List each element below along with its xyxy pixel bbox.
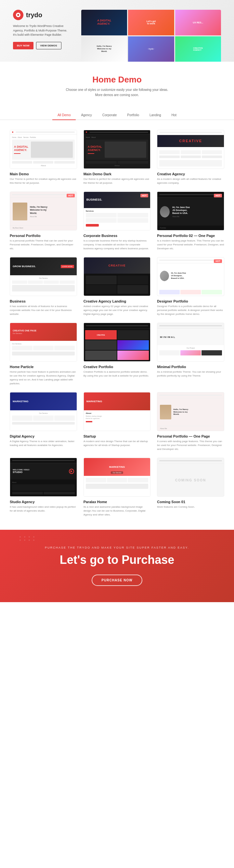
demo-desc-designer: Designer Portfolio is a portfolio websit… xyxy=(157,305,224,316)
demo-thumb-personal2: HOT Hi, I'm Jane DoeJS Developer,Based i… xyxy=(157,191,224,230)
demo-thumb-dark: Home About A DIGITALAGENCY. A xyxy=(84,130,151,169)
demo-card-particle[interactable]: CREATIVE ONE PAGE Our Services Our Servi… xyxy=(10,323,77,385)
demo-card-corporate[interactable]: HOT BUSINESS. Services Corporate Bus xyxy=(84,191,151,251)
demo-card-minimal[interactable]: MINIMAL Our Project Minimal Portfolio As… xyxy=(157,323,224,385)
demo-card-personal2[interactable]: HOT Hi, I'm Jane DoeJS Developer,Based i… xyxy=(157,191,224,251)
demo-desc-main: Our Theme is perfect for creative agency… xyxy=(10,177,77,185)
badge-hot-designer: HOT xyxy=(214,259,222,263)
hero-description: Welcome to Trydo WordPress Creative Agen… xyxy=(13,24,71,37)
footer-cta-title: Let's go to Purchase xyxy=(13,553,221,567)
demo-card-paralax[interactable]: MARKETING Our Service Paralax Home Its a… xyxy=(84,458,151,517)
badge-hot-personal2: HOT xyxy=(214,194,222,197)
demo-thumb-personal3: Hello, I'm NancyWelcome to myWorld. Abou… xyxy=(157,392,224,431)
demo-desc-digital: A Digital Agency Theme is a nice slider … xyxy=(10,439,77,447)
demo-title-creative2: Creative Agency Landing xyxy=(84,299,151,303)
demo-thumb-creative: CREATIVE xyxy=(157,130,224,169)
buy-now-button[interactable]: BUY NOW xyxy=(13,42,33,49)
demo-title-creative: Creative Agency xyxy=(157,172,224,176)
demo-card-digital[interactable]: MARKETING Our Service Digital Agency A D… xyxy=(10,392,77,451)
demo-thumb-startup: MARKETING About Modern startup designthe… xyxy=(84,392,151,431)
demo-title-digital: Digital Agency xyxy=(10,434,77,438)
footer-small-text: PURCHASE THE TRYDO AND MAKE YOUR SITE SU… xyxy=(13,546,221,549)
demo-title-minimal: Minimal Portfolio xyxy=(157,365,224,369)
demo-thumb-digital: MARKETING Our Service xyxy=(10,392,77,431)
demo-title-personal: Personal Portfolio xyxy=(10,234,77,238)
demo-thumb-main: Home About Service Portfolio A DIGITALAG… xyxy=(10,130,77,169)
demo-title-main: Main Demo xyxy=(10,172,77,176)
badge-hot-personal: HOT xyxy=(67,194,75,197)
badge-hot-corporate: HOT xyxy=(140,194,148,197)
tab-corporate[interactable]: Corporate xyxy=(97,111,122,120)
demo-desc-creative: As a modern design with all crafted feat… xyxy=(157,177,224,185)
demo-thumb-paralax: MARKETING Our Service xyxy=(84,458,151,497)
demo-title-particle: Home Particle xyxy=(10,365,77,369)
demo-title-studio: Studio Agency xyxy=(10,500,77,504)
demo-thumb-personal: HOT Hello, I'm NancyWelcome to myWorld. … xyxy=(10,191,77,230)
demo-desc-personal3: It comes with landing page features. Thi… xyxy=(157,439,224,451)
demo-title-paralax: Paralax Home xyxy=(84,500,151,504)
demo-card-studio[interactable]: WELCOME VIDEO STUDIO About Stu xyxy=(10,458,77,517)
demo-title-business: Business xyxy=(10,299,77,303)
demo-desc-dark: Our theme is perfect for creative agency… xyxy=(84,177,151,185)
filter-tabs: All Demo Agency Corporate Portfolio Land… xyxy=(0,111,234,120)
hero-section: trydo Welcome to Trydo WordPress Creativ… xyxy=(0,0,234,62)
demo-title-dark: Main Demo Dark xyxy=(84,172,151,176)
demo-title-designer: Designer Portfolio xyxy=(157,299,224,303)
demo-card-dark[interactable]: Home About A DIGITALAGENCY. A xyxy=(84,130,151,185)
demo-card-creative2[interactable]: CREATIVE Creative Agency Landing Added c… xyxy=(84,257,151,316)
demo-thumb-business: GROW BUSINESS. LEARN MORE Our Service xyxy=(10,257,77,296)
demo-card-coming[interactable]: COMING SOON Coming Soon 01 More features… xyxy=(157,458,224,517)
purchase-now-button[interactable]: PURCHASE NOW xyxy=(92,575,142,586)
section-subtitle-line1: Choose one of styles or customize easily… xyxy=(13,87,221,93)
demo-desc-portfolio: Creative Portfolio is a awesome portfoli… xyxy=(84,370,151,378)
demo-thumb-designer: HOT Hi, I'm Jane DoeUI Designer,Based in… xyxy=(157,257,224,296)
demo-card-designer[interactable]: HOT Hi, I'm Jane DoeUI Designer,Based in… xyxy=(157,257,224,316)
demo-title-personal3: Personal Portfolio — One Page xyxy=(157,434,224,438)
demo-desc-coming: More features are Coming Soon. xyxy=(157,505,224,509)
demo-thumb-creative2: CREATIVE xyxy=(84,257,151,296)
logo: trydo xyxy=(13,10,78,20)
demo-grid: Home About Service Portfolio A DIGITALAG… xyxy=(0,130,234,530)
demo-thumb-coming: COMING SOON xyxy=(157,458,224,497)
demo-desc-particle: Home particle has most feature is partic… xyxy=(10,370,77,385)
demo-thumb-portfolio: CREATIVE xyxy=(84,323,151,362)
demo-title-startup: Startup xyxy=(84,434,151,438)
demo-desc-creative2: Added creative agency 02 page when you n… xyxy=(84,305,151,316)
demo-card-personal[interactable]: HOT Hello, I'm NancyWelcome to myWorld. … xyxy=(10,191,77,251)
demo-title-corporate: Corporate Business xyxy=(84,234,151,238)
demo-desc-startup: A modern and nice design Theme that can … xyxy=(84,439,151,447)
view-demos-button[interactable]: VIEW DEMOS xyxy=(36,42,61,49)
demo-thumb-corporate: HOT BUSINESS. Services xyxy=(84,191,151,230)
tab-hot[interactable]: Hot xyxy=(167,111,182,120)
footer-cta: PURCHASE THE TRYDO AND MAKE YOUR SITE SU… xyxy=(0,530,234,602)
section-title: Home Demo xyxy=(13,75,221,85)
section-subtitle-line2: More demos are coming soon. xyxy=(13,93,221,98)
demo-thumb-minimal: MINIMAL Our Project xyxy=(157,323,224,362)
demo-thumb-particle: CREATIVE ONE PAGE Our Services Our Servi… xyxy=(10,323,77,362)
demo-desc-personal: Is a personal portfolio Theme that can b… xyxy=(10,239,77,251)
logo-icon xyxy=(13,10,23,20)
demo-card-creative[interactable]: CREATIVE Creative Agency xyxy=(157,130,224,185)
demo-desc-personal2: Is a modern landing page feature. This T… xyxy=(157,239,224,251)
hero-buttons: BUY NOW VIEW DEMOS xyxy=(13,42,78,49)
demo-card-startup[interactable]: MARKETING About Modern startup designthe… xyxy=(84,392,151,451)
home-demo-section: Home Demo Choose one of styles or custom… xyxy=(0,62,234,104)
demo-card-personal3[interactable]: Hello, I'm NancyWelcome to myWorld. Abou… xyxy=(157,392,224,451)
demo-thumb-studio: WELCOME VIDEO STUDIO About xyxy=(10,458,77,497)
logo-text: trydo xyxy=(26,11,42,19)
demo-card-portfolio[interactable]: CREATIVE Creative Portfolio Creative Por… xyxy=(84,323,151,385)
tab-portfolio[interactable]: Portfolio xyxy=(122,111,144,120)
demo-title-personal2: Personal Portfolio 02 — One Page xyxy=(157,234,224,238)
demo-desc-paralax: Its a nice and awesome parallax backgrou… xyxy=(84,505,151,517)
demo-card-business[interactable]: GROW BUSINESS. LEARN MORE Our Service Bu… xyxy=(10,257,77,316)
demo-title-coming: Coming Soon 01 xyxy=(157,500,224,504)
hero-left: trydo Welcome to Trydo WordPress Creativ… xyxy=(13,10,78,49)
tab-landing[interactable]: Landing xyxy=(144,111,167,120)
demo-card-main[interactable]: Home About Service Portfolio A DIGITALAG… xyxy=(10,130,77,185)
tab-agency[interactable]: Agency xyxy=(76,111,97,120)
demo-desc-minimal: As a minimal portfolio Theme. You can be… xyxy=(157,370,224,378)
tab-all-demo[interactable]: All Demo xyxy=(52,111,76,120)
demo-desc-corporate: Is a corporate business theme for any st… xyxy=(84,239,151,251)
demo-desc-business: It has available all kinds of features f… xyxy=(10,305,77,316)
demo-title-portfolio: Creative Portfolio xyxy=(84,365,151,369)
